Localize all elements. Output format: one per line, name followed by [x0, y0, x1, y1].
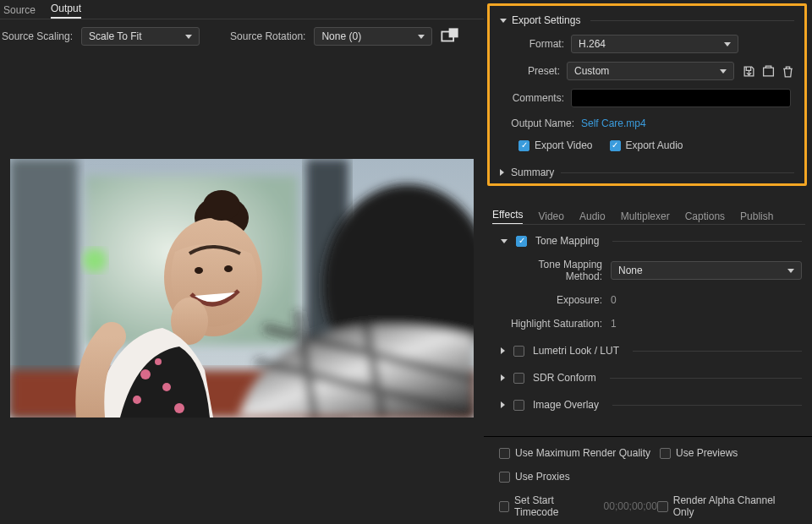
summary-label: Summary: [511, 166, 554, 178]
export-video-label: Export Video: [535, 139, 593, 151]
tab-source[interactable]: Source: [3, 4, 36, 19]
lumetri-section-header[interactable]: Lumetri Look / LUT: [501, 345, 802, 357]
checkbox-icon: [499, 501, 509, 512]
tab-audio[interactable]: Audio: [579, 210, 606, 225]
summary-header[interactable]: Summary: [500, 166, 794, 178]
svg-rect-1: [449, 28, 458, 37]
checkbox-icon: [657, 501, 668, 512]
svg-point-15: [203, 190, 240, 221]
alpha-only-checkbox[interactable]: Render Alpha Channel Only: [657, 494, 797, 518]
chevron-right-icon: [500, 169, 504, 176]
use-previews-label: Use Previews: [676, 447, 738, 459]
source-scaling-dropdown[interactable]: Scale To Fit: [81, 27, 200, 46]
export-settings-header[interactable]: Export Settings: [500, 14, 794, 26]
start-timecode-checkbox[interactable]: Set Start Timecode: [499, 494, 594, 518]
output-name-link[interactable]: Self Care.mp4: [581, 117, 646, 129]
export-av-checks: Export Video Export Audio: [500, 139, 794, 151]
start-timecode-label: Set Start Timecode: [514, 494, 593, 518]
format-label: Format:: [500, 38, 571, 50]
checkbox-icon: [610, 140, 621, 151]
export-audio-label: Export Audio: [626, 139, 683, 151]
preset-icon-group: [743, 65, 794, 78]
checkbox-icon: [513, 373, 524, 384]
highlight-value[interactable]: 1: [611, 318, 617, 330]
source-rotation-dropdown[interactable]: None (0): [314, 27, 432, 46]
delete-preset-button[interactable]: [782, 65, 794, 78]
divider: [633, 351, 802, 352]
export-audio-checkbox[interactable]: Export Audio: [610, 139, 683, 151]
max-render-checkbox[interactable]: Use Maximum Render Quality: [499, 447, 650, 459]
preview-tabs: Source Output: [0, 0, 484, 19]
format-dropdown[interactable]: H.264: [571, 35, 738, 53]
chevron-right-icon: [501, 401, 505, 408]
tone-mapping-header[interactable]: Tone Mapping: [501, 235, 802, 247]
overlay-enable-checkbox[interactable]: [513, 400, 524, 411]
export-video-checkbox[interactable]: Export Video: [518, 139, 593, 151]
import-preset-button[interactable]: [762, 65, 775, 78]
right-pane: Export Settings Format: H.264 Preset: Cu…: [484, 0, 812, 524]
tab-video[interactable]: Video: [538, 210, 563, 225]
svg-point-21: [133, 396, 141, 404]
preview-controls: Source Scaling: Scale To Fit Source Rota…: [0, 19, 484, 53]
sdr-section-header[interactable]: SDR Conform: [501, 372, 802, 384]
save-preset-button[interactable]: [743, 65, 755, 78]
svg-point-16: [195, 267, 203, 274]
checkbox-icon: [518, 140, 529, 151]
divider: [612, 241, 802, 242]
chevron-right-icon: [501, 374, 505, 381]
checkbox-icon: [513, 400, 524, 411]
checkbox-icon: [513, 346, 524, 357]
overlay-section-header[interactable]: Image Overlay: [501, 399, 802, 411]
lumetri-enable-checkbox[interactable]: [513, 346, 524, 357]
exposure-row: Exposure: 0: [501, 294, 802, 306]
format-row: Format: H.264: [500, 35, 794, 53]
tone-mapping-enable-checkbox[interactable]: [516, 236, 527, 247]
tab-publish[interactable]: Publish: [740, 210, 773, 225]
chevron-down-icon: [500, 19, 507, 23]
use-previews-checkbox[interactable]: Use Previews: [660, 447, 738, 459]
tone-mapping-title: Tone Mapping: [535, 235, 599, 247]
effects-tabs-divider: [492, 224, 805, 225]
tab-output[interactable]: Output: [51, 3, 81, 19]
tab-multiplexer[interactable]: Multiplexer: [621, 210, 670, 225]
comments-row: Comments:: [500, 89, 794, 107]
checkbox-icon: [516, 236, 527, 247]
preset-dropdown[interactable]: Custom: [567, 62, 734, 80]
tone-method-value: None: [618, 265, 643, 276]
svg-rect-24: [764, 68, 774, 76]
tab-effects[interactable]: Effects: [492, 209, 523, 225]
max-render-label: Use Maximum Render Quality: [515, 447, 650, 459]
source-rotation-value: None (0): [321, 30, 361, 42]
output-name-label: Output Name:: [500, 117, 581, 129]
tone-method-dropdown[interactable]: None: [611, 261, 802, 280]
use-proxies-label: Use Proxies: [515, 471, 570, 483]
tab-captions[interactable]: Captions: [685, 210, 725, 225]
preset-row: Preset: Custom: [500, 62, 794, 80]
aspect-icon: [441, 27, 459, 46]
preset-value: Custom: [574, 65, 609, 77]
preset-label: Preset:: [500, 65, 567, 77]
source-rotation-label: Source Rotation:: [230, 30, 305, 42]
chevron-down-icon: [720, 69, 727, 74]
exposure-label: Exposure:: [501, 294, 611, 306]
left-pane: Source Output Source Scaling: Scale To F…: [0, 0, 484, 524]
sdr-enable-checkbox[interactable]: [513, 373, 524, 384]
export-settings-title: Export Settings: [512, 14, 580, 26]
video-preview: [10, 159, 474, 418]
comments-input[interactable]: [571, 89, 791, 107]
exposure-value[interactable]: 0: [611, 294, 617, 306]
render-options-panel: Use Maximum Render Quality Use Previews …: [484, 436, 812, 524]
divider: [590, 20, 794, 21]
video-preview-illustration: [10, 159, 474, 418]
export-settings-panel: Export Settings Format: H.264 Preset: Cu…: [487, 3, 807, 186]
overlay-label: Image Overlay: [533, 399, 599, 411]
use-proxies-checkbox[interactable]: Use Proxies: [499, 471, 570, 483]
sdr-label: SDR Conform: [533, 372, 596, 384]
svg-point-6: [83, 248, 107, 272]
checkbox-icon: [499, 472, 510, 483]
aspect-ratio-button[interactable]: [441, 27, 459, 46]
tone-mapping-section: Tone Mapping Tone Mapping Method: None E…: [501, 235, 802, 411]
svg-point-23: [155, 358, 162, 365]
divider: [610, 378, 802, 379]
divider: [561, 172, 794, 173]
